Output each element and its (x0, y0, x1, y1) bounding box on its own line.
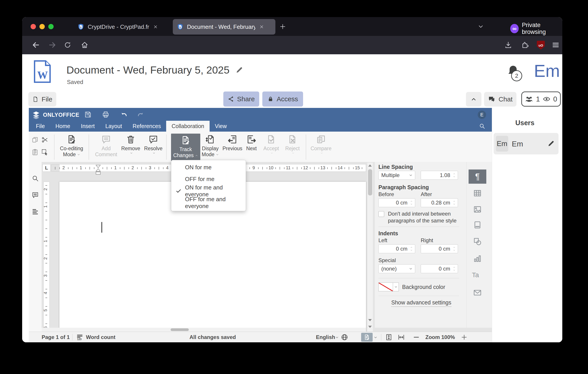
reload-button[interactable] (63, 41, 72, 49)
spinner-arrows[interactable] (410, 246, 413, 251)
downloads-button[interactable] (504, 41, 512, 49)
user-list-item[interactable]: Em Em (494, 133, 558, 155)
redo-button[interactable] (137, 111, 145, 118)
menu-item-on-for-everyone[interactable]: ON for me and everyone (171, 185, 246, 197)
navigation-headings-icon[interactable] (32, 208, 39, 215)
menu-tab-insert[interactable]: Insert (75, 121, 100, 132)
collaborator-badge[interactable]: E (478, 111, 486, 119)
indent-right-input[interactable]: 0 cm (421, 244, 458, 253)
menu-tab-view[interactable]: View (210, 121, 232, 132)
print-button[interactable] (102, 111, 109, 118)
track-changes-status-toggle[interactable] (361, 333, 373, 342)
menu-hamburger-button[interactable] (552, 41, 560, 49)
fit-page-icon[interactable] (385, 333, 393, 341)
access-button[interactable]: Access (262, 92, 303, 107)
spinner-arrows[interactable] (452, 200, 456, 205)
mail-merge-tab[interactable] (473, 288, 482, 297)
save-button[interactable] (84, 111, 92, 118)
header-footer-settings-tab[interactable] (473, 220, 482, 229)
scroll-down-arrow[interactable] (368, 319, 372, 321)
user-avatar[interactable]: Em (534, 62, 560, 80)
show-advanced-settings-link[interactable]: Show advanced settings (391, 299, 451, 307)
cut-icon[interactable] (41, 136, 48, 143)
comments-icon[interactable] (32, 191, 39, 198)
file-menu-button[interactable]: File (28, 92, 56, 107)
no-interval-checkbox[interactable] (378, 211, 384, 217)
table-settings-tab[interactable] (473, 189, 482, 198)
home-button[interactable] (81, 41, 89, 49)
line-spacing-select[interactable]: Multiple (378, 171, 415, 180)
add-comment-button[interactable]: AddComment (92, 134, 121, 157)
chat-button[interactable]: Chat (484, 92, 516, 107)
ublock-origin-icon[interactable]: uO (537, 41, 545, 50)
resolve-button[interactable]: Resolve (143, 134, 164, 155)
menu-tab-home[interactable]: Home (50, 121, 75, 132)
indent-marker[interactable] (95, 165, 101, 177)
menu-tab-file[interactable]: File (31, 121, 50, 132)
word-count-button[interactable]: Word count (86, 334, 116, 340)
edit-name-pencil-icon[interactable] (547, 140, 555, 147)
menu-item-off-for-me[interactable]: OFF for me (171, 173, 246, 185)
rename-pencil-icon[interactable] (235, 66, 243, 74)
presence-counter[interactable]: 1 0 (521, 92, 561, 107)
compare-button[interactable]: Compare (309, 134, 333, 155)
zoom-level[interactable]: Zoom 100% (425, 334, 455, 340)
paragraph-settings-tab[interactable]: ¶ (469, 169, 486, 184)
list-tabs-chevron-icon[interactable] (477, 23, 484, 30)
indent-left-input[interactable]: 0 cm (378, 244, 415, 253)
chevron-down-icon[interactable] (374, 335, 378, 339)
display-mode-button[interactable]: Display Mode (200, 134, 220, 157)
special-amount-input[interactable]: 0 cm (421, 264, 458, 273)
image-settings-tab[interactable] (473, 205, 482, 214)
background-color-swatch[interactable] (378, 282, 393, 291)
forward-button[interactable] (48, 41, 56, 49)
menu-tab-layout[interactable]: Layout (100, 121, 127, 132)
back-button[interactable] (32, 41, 40, 49)
language-selector[interactable]: English (316, 334, 335, 340)
search-icon[interactable] (479, 123, 485, 129)
undo-button[interactable] (120, 111, 128, 118)
find-icon[interactable] (32, 175, 39, 182)
menu-tab-references[interactable]: References (127, 121, 166, 132)
zoom-in-button[interactable] (461, 334, 467, 341)
spellcheck-globe-icon[interactable] (341, 333, 348, 341)
background-color-dropdown[interactable] (393, 282, 399, 291)
select-all-icon[interactable] (41, 149, 48, 156)
macos-minimize-button[interactable] (40, 24, 45, 29)
tab-cryptdrive[interactable]: CryptDrive - CryptPad.fr (73, 19, 175, 35)
horizontal-scroll-thumb[interactable] (171, 328, 189, 331)
coediting-mode-button[interactable]: Co-editing Mode (57, 134, 86, 157)
page-indicator[interactable]: Page 1 of 1 (42, 334, 70, 340)
close-tab-icon[interactable] (153, 24, 158, 29)
reject-change-button[interactable]: Reject (282, 134, 303, 155)
macos-close-button[interactable] (31, 24, 36, 29)
remove-comment-button[interactable]: Remove (121, 134, 141, 155)
new-tab-button[interactable] (279, 23, 286, 30)
spinner-arrows[interactable] (452, 173, 456, 178)
vertical-scroll-thumb[interactable] (368, 169, 372, 195)
text-art-settings-tab[interactable]: Ta (472, 271, 479, 279)
zoom-out-button[interactable] (413, 334, 420, 341)
scroll-up-arrow[interactable] (368, 164, 372, 167)
chart-settings-tab[interactable] (473, 254, 482, 263)
menu-tab-collaboration[interactable]: Collaboration (166, 121, 209, 132)
menu-item-on-for-me[interactable]: ON for me (171, 162, 246, 173)
next-page-arrow[interactable] (368, 326, 372, 328)
tab-document-active[interactable]: Document - Wed, February 5, 2 (173, 19, 275, 35)
spacing-after-input[interactable]: 0.28 cm (421, 198, 458, 207)
spinner-arrows[interactable] (410, 200, 413, 205)
accept-change-button[interactable]: Accept (261, 134, 282, 155)
chevron-down-icon[interactable] (335, 335, 339, 339)
track-changes-button[interactable]: Track Changes (171, 134, 200, 162)
next-change-button[interactable]: Next (245, 134, 258, 152)
spacing-before-input[interactable]: 0 cm (378, 198, 415, 207)
collapse-toolbar-button[interactable] (466, 92, 482, 107)
copy-icon[interactable] (32, 136, 39, 143)
vertical-scrollbar[interactable] (367, 162, 373, 332)
v-ruler[interactable]: 21123456 (43, 182, 50, 330)
shape-settings-tab[interactable] (473, 237, 482, 246)
paste-icon[interactable] (32, 149, 39, 156)
fit-width-icon[interactable] (398, 333, 405, 341)
share-button[interactable]: Share (223, 92, 259, 107)
close-tab-icon[interactable] (259, 24, 264, 29)
